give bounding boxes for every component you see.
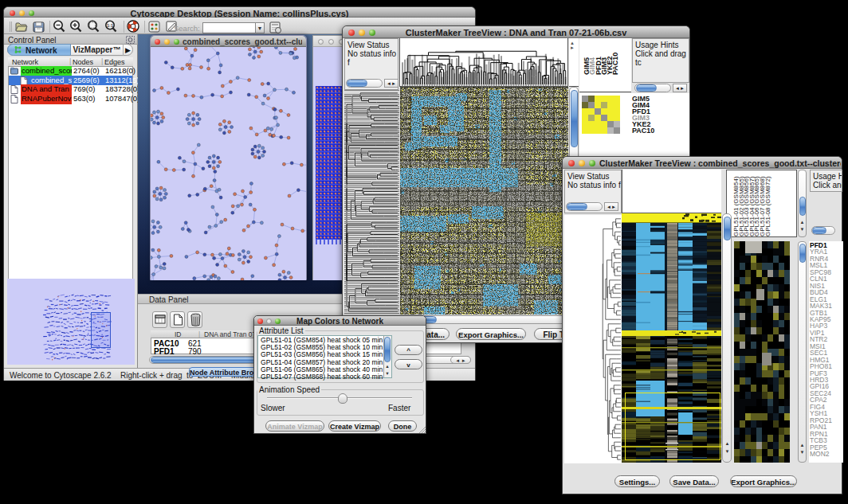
svg-text:1:1: 1:1 xyxy=(107,23,113,28)
